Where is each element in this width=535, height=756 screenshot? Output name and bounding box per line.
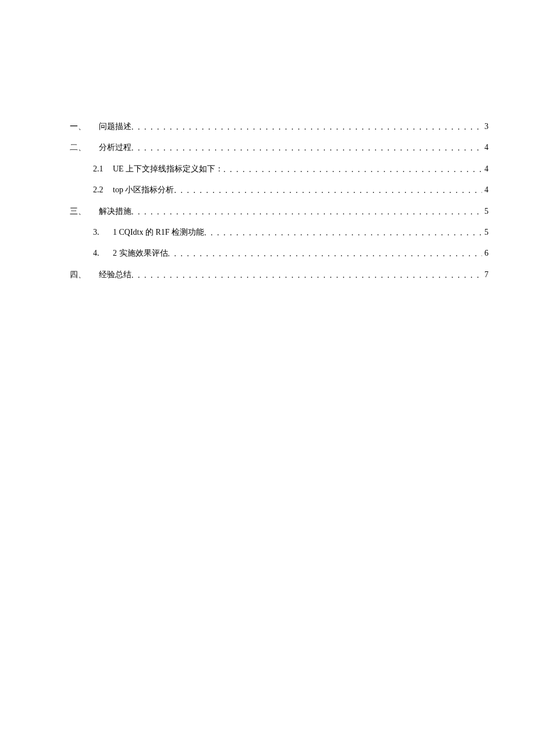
toc-number: 4.	[93, 243, 113, 264]
toc-title: 经验总结	[99, 264, 131, 285]
toc-leader	[131, 117, 482, 138]
toc-entry[interactable]: 3. 1 CQIdtx 的 R1F 检测功能 5	[70, 222, 488, 243]
toc-entry[interactable]: 一、 问题描述 3	[70, 116, 488, 137]
toc-title: top 小区指标分析	[113, 180, 174, 200]
toc-page: 3	[482, 116, 488, 137]
toc-title: 问题描述	[99, 116, 131, 137]
toc-entry[interactable]: 二、 分析过程 4	[70, 137, 488, 158]
toc-entry[interactable]: 2.2 top 小区指标分析 4	[70, 180, 488, 200]
toc-entry[interactable]: 2.1 UE 上下文掉线指标定义如下： 4	[70, 159, 488, 180]
toc-number: 2.2	[93, 180, 113, 200]
toc-number: 2.1	[93, 159, 113, 180]
toc-leader	[131, 265, 482, 286]
toc-number: 三、	[70, 201, 99, 222]
toc-leader	[168, 243, 483, 264]
toc-entry[interactable]: 三、 解决措施 5	[70, 201, 488, 222]
toc-title: 解决措施	[99, 201, 131, 222]
toc-leader	[131, 202, 482, 223]
toc-page: 7	[482, 264, 488, 285]
toc-number: 3.	[93, 222, 113, 243]
toc-title: 2 实施效果评估	[113, 243, 168, 264]
toc-page: 4	[482, 159, 488, 180]
toc-page: 4	[482, 137, 488, 158]
toc-title: 分析过程	[99, 137, 131, 158]
toc-leader	[223, 159, 482, 180]
toc-title: UE 上下文掉线指标定义如下：	[113, 159, 223, 180]
toc-page: 5	[482, 222, 488, 243]
toc-page: 4	[482, 180, 488, 200]
toc-leader	[174, 180, 482, 201]
toc-container: 一、 问题描述 3 二、 分析过程 4 2.1 UE 上下文掉线指标定义如下： …	[70, 116, 488, 285]
toc-entry[interactable]: 4. 2 实施效果评估 6	[70, 243, 488, 264]
toc-title: 1 CQIdtx 的 R1F 检测功能	[113, 222, 204, 243]
toc-page: 6	[482, 243, 488, 264]
toc-number: 二、	[70, 137, 99, 158]
toc-page: 5	[482, 201, 488, 222]
toc-number: 一、	[70, 116, 99, 137]
toc-number: 四、	[70, 264, 99, 285]
toc-entry[interactable]: 四、 经验总结 7	[70, 264, 488, 285]
toc-leader	[204, 223, 482, 243]
toc-leader	[131, 138, 482, 159]
